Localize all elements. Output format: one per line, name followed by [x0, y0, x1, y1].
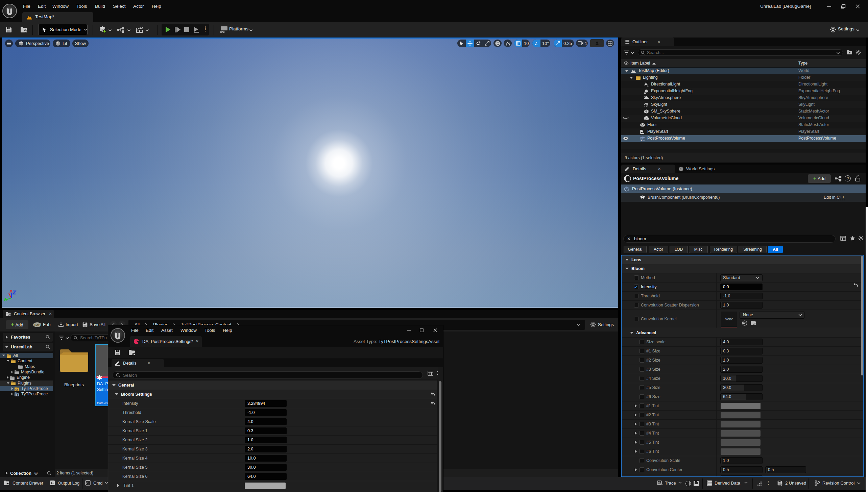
svg-text:FAB: FAB — [34, 323, 41, 327]
svg-text:⚙: ⚙ — [16, 389, 18, 391]
svg-text:+: + — [641, 139, 642, 142]
svg-text:C++: C++ — [16, 394, 19, 396]
